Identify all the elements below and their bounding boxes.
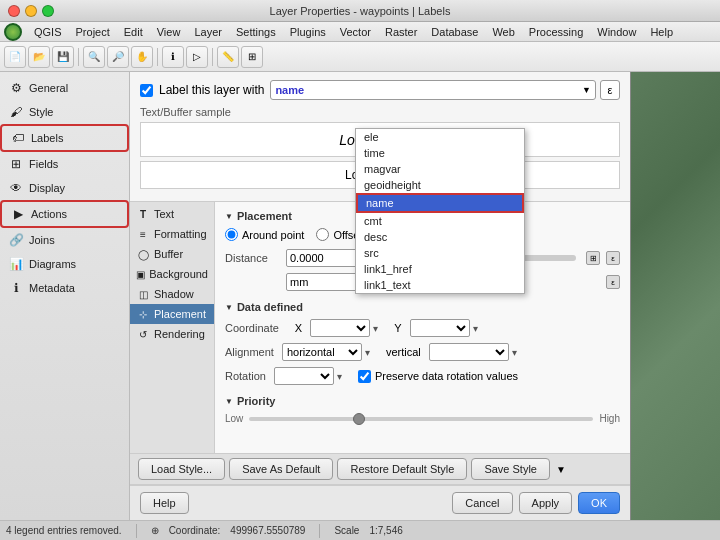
sidebar-label-style: Style [29, 106, 53, 118]
status-bar: 4 legend entries removed. ⊕ Coordinate: … [0, 520, 720, 540]
sub-item-shadow[interactable]: ◫ Shadow [130, 284, 214, 304]
menu-edit[interactable]: Edit [118, 24, 149, 40]
menu-database[interactable]: Database [425, 24, 484, 40]
dropdown-cmt[interactable]: cmt [356, 213, 524, 229]
dropdown-desc[interactable]: desc [356, 229, 524, 245]
ok-button[interactable]: OK [578, 492, 620, 514]
dropdown-time[interactable]: time [356, 145, 524, 161]
rotation-select[interactable] [274, 367, 334, 385]
save-style-button[interactable]: Save Style [471, 458, 550, 480]
restore-default-button[interactable]: Restore Default Style [337, 458, 467, 480]
horizontal-combo: horizontal ▾ [282, 343, 370, 361]
main-area: ⚙ General 🖌 Style 🏷 Labels ⊞ Fields 👁 Di… [0, 72, 720, 520]
sidebar-item-joins[interactable]: 🔗 Joins [0, 228, 129, 252]
y-label: Y [394, 322, 401, 334]
priority-thumb[interactable] [353, 413, 365, 425]
save-style-dropdown-arrow[interactable]: ▼ [556, 464, 566, 475]
preserve-checkbox[interactable] [358, 370, 371, 383]
menu-settings[interactable]: Settings [230, 24, 282, 40]
background-icon: ▣ [136, 267, 145, 281]
field-select-display[interactable]: name ▼ [270, 80, 596, 100]
sidebar-item-metadata[interactable]: ℹ Metadata [0, 276, 129, 300]
horizontal-select[interactable]: horizontal [282, 343, 362, 361]
tool-zoom-in[interactable]: 🔍 [83, 46, 105, 68]
dropdown-src[interactable]: src [356, 245, 524, 261]
menu-raster[interactable]: Raster [379, 24, 423, 40]
tool-open[interactable]: 📂 [28, 46, 50, 68]
label-layer-checkbox[interactable] [140, 84, 153, 97]
menu-window[interactable]: Window [591, 24, 642, 40]
minimize-button[interactable] [25, 5, 37, 17]
sub-item-rendering[interactable]: ↺ Rendering [130, 324, 214, 344]
dropdown-name[interactable]: name [356, 193, 524, 213]
cancel-button[interactable]: Cancel [452, 492, 512, 514]
menu-processing[interactable]: Processing [523, 24, 589, 40]
sub-label-formatting: Formatting [154, 228, 207, 240]
epsilon-btn[interactable]: ε [600, 80, 620, 100]
sub-label-text: Text [154, 208, 174, 220]
tool-measure[interactable]: 📏 [217, 46, 239, 68]
menu-help[interactable]: Help [644, 24, 679, 40]
dropdown-ele[interactable]: ele [356, 129, 524, 145]
menu-view[interactable]: View [151, 24, 187, 40]
y-arrow[interactable]: ▾ [473, 323, 478, 334]
scale-value: 1:7,546 [369, 525, 402, 536]
menu-layer[interactable]: Layer [188, 24, 228, 40]
around-point-label[interactable]: Around point [225, 228, 304, 241]
sub-item-placement[interactable]: ⊹ Placement [130, 304, 214, 324]
vertical-select[interactable] [429, 343, 509, 361]
dropdown-geoidheight[interactable]: geoidheight [356, 177, 524, 193]
sidebar-item-general[interactable]: ⚙ General [0, 76, 129, 100]
distance-expr[interactable]: ε [606, 251, 620, 265]
priority-track[interactable] [249, 417, 593, 421]
sub-item-text[interactable]: T Text [130, 204, 214, 224]
y-select[interactable] [410, 319, 470, 337]
vertical-arrow[interactable]: ▾ [512, 347, 517, 358]
load-style-button[interactable]: Load Style... [138, 458, 225, 480]
rotation-row: Rotation ▾ Preserve data rotation values [225, 367, 620, 385]
close-button[interactable] [8, 5, 20, 17]
menu-web[interactable]: Web [486, 24, 520, 40]
window-controls[interactable] [8, 5, 54, 17]
apply-button[interactable]: Apply [519, 492, 573, 514]
sidebar-item-labels[interactable]: 🏷 Labels [0, 124, 129, 152]
dropdown-magvar[interactable]: magvar [356, 161, 524, 177]
toolbar-separator-1 [78, 48, 79, 66]
tool-save[interactable]: 💾 [52, 46, 74, 68]
menu-project[interactable]: Project [70, 24, 116, 40]
sidebar-item-fields[interactable]: ⊞ Fields [0, 152, 129, 176]
save-as-default-button[interactable]: Save As Default [229, 458, 333, 480]
sidebar-label-actions: Actions [31, 208, 67, 220]
maximize-button[interactable] [42, 5, 54, 17]
sidebar-item-display[interactable]: 👁 Display [0, 176, 129, 200]
distance-lock[interactable]: ⊞ [586, 251, 600, 265]
unit-expr[interactable]: ε [606, 275, 620, 289]
menu-qgis[interactable]: QGIS [28, 24, 68, 40]
sub-item-buffer[interactable]: ◯ Buffer [130, 244, 214, 264]
tool-zoom-out[interactable]: 🔎 [107, 46, 129, 68]
joins-icon: 🔗 [8, 232, 24, 248]
sub-item-formatting[interactable]: ≡ Formatting [130, 224, 214, 244]
tool-pan[interactable]: ✋ [131, 46, 153, 68]
dropdown-link1-href[interactable]: link1_href [356, 261, 524, 277]
sidebar-item-actions[interactable]: ▶ Actions [0, 200, 129, 228]
coordinate-value: 499967.5550789 [230, 525, 305, 536]
rotation-arrow[interactable]: ▾ [337, 371, 342, 382]
tool-identify[interactable]: ℹ [162, 46, 184, 68]
tool-attribute-table[interactable]: ⊞ [241, 46, 263, 68]
offset-point-radio[interactable] [316, 228, 329, 241]
around-point-radio[interactable] [225, 228, 238, 241]
x-select[interactable] [310, 319, 370, 337]
tool-new[interactable]: 📄 [4, 46, 26, 68]
sidebar-item-style[interactable]: 🖌 Style [0, 100, 129, 124]
menu-vector[interactable]: Vector [334, 24, 377, 40]
tool-select[interactable]: ▷ [186, 46, 208, 68]
x-arrow[interactable]: ▾ [373, 323, 378, 334]
sidebar-item-diagrams[interactable]: 📊 Diagrams [0, 252, 129, 276]
field-dropdown[interactable]: ele time magvar geoidheight name cmt des… [355, 128, 525, 294]
horizontal-arrow[interactable]: ▾ [365, 347, 370, 358]
dropdown-link1-text[interactable]: link1_text [356, 277, 524, 293]
help-button[interactable]: Help [140, 492, 189, 514]
menu-plugins[interactable]: Plugins [284, 24, 332, 40]
sub-item-background[interactable]: ▣ Background [130, 264, 214, 284]
